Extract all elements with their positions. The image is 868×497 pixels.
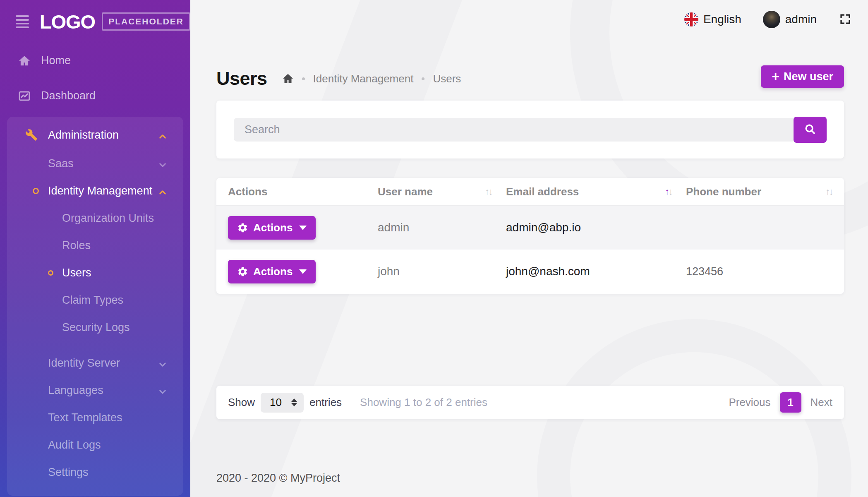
entries-label: entries xyxy=(309,396,342,409)
sidebar: LOGO PLACEHOLDER Home Dashboard xyxy=(0,0,190,497)
page-size-select[interactable]: 10 xyxy=(261,393,304,413)
column-header-phone-number[interactable]: Phone number ↑↓ xyxy=(686,185,844,198)
sort-icon: ↑↓ xyxy=(825,187,832,197)
sidebar-item-text-templates[interactable]: Text Templates xyxy=(7,404,183,431)
sidebar-item-label: Claim Types xyxy=(7,294,123,307)
next-page-button[interactable]: Next xyxy=(810,396,832,409)
table-row: Actions admin admin@abp.io xyxy=(216,206,844,250)
sidebar-logo-row: LOGO PLACEHOLDER xyxy=(0,0,190,43)
topbar: English admin xyxy=(684,0,868,39)
table-footer: Show 10 entries Showing 1 to 2 of 2 entr… xyxy=(216,386,844,419)
actions-button-label: Actions xyxy=(253,265,293,278)
sidebar-item-label: Dashboard xyxy=(0,89,96,102)
uk-flag-icon xyxy=(684,12,698,26)
sidebar-item-security-logs[interactable]: Security Logs xyxy=(7,314,183,341)
breadcrumb-users: Users xyxy=(433,72,461,85)
email-cell: john@nash.com xyxy=(506,265,686,278)
gear-icon xyxy=(237,222,248,233)
breadcrumb-separator xyxy=(302,77,305,80)
chevron-down-icon xyxy=(158,386,167,394)
chart-icon xyxy=(18,89,31,103)
active-bullet-icon xyxy=(48,270,53,276)
sidebar-item-identity-management[interactable]: Identity Management xyxy=(7,177,183,204)
user-name-cell: admin xyxy=(378,221,506,234)
actions-cell: Actions xyxy=(216,216,378,240)
sidebar-item-label: Audit Logs xyxy=(7,439,101,451)
sidebar-item-languages[interactable]: Languages xyxy=(7,377,183,404)
column-header-user-name[interactable]: User name ↑↓ xyxy=(378,185,506,198)
sidebar-item-home[interactable]: Home xyxy=(0,43,190,78)
logo-text: LOGO xyxy=(40,10,95,33)
actions-cell: Actions xyxy=(216,260,378,283)
row-actions-button[interactable]: Actions xyxy=(228,216,316,240)
column-label: User name xyxy=(378,185,433,198)
sidebar-item-users[interactable]: Users xyxy=(7,259,183,286)
sidebar-item-label: Saas xyxy=(7,157,74,170)
sidebar-item-claim-types[interactable]: Claim Types xyxy=(7,286,183,314)
fullscreen-button[interactable] xyxy=(838,12,852,26)
sidebar-item-label: Organization Units xyxy=(7,212,154,225)
sidebar-item-audit-logs[interactable]: Audit Logs xyxy=(7,431,183,459)
menu-toggle-icon[interactable] xyxy=(16,15,29,28)
search-input[interactable] xyxy=(234,118,794,142)
actions-button-label: Actions xyxy=(253,221,293,234)
sort-icon: ↑↓ xyxy=(485,187,492,197)
sidebar-item-identity-server[interactable]: Identity Server xyxy=(7,349,183,377)
search-button[interactable] xyxy=(794,117,827,143)
new-user-label: New user xyxy=(784,70,833,83)
sidebar-item-label: Identity Server xyxy=(7,357,120,370)
chevron-down-icon xyxy=(158,359,167,367)
sidebar-item-organization-units[interactable]: Organization Units xyxy=(7,204,183,232)
main-content: English admin Users Identity Management … xyxy=(190,0,868,497)
sidebar-item-settings[interactable]: Settings xyxy=(7,459,183,486)
sidebar-item-saas[interactable]: Saas xyxy=(7,150,183,177)
user-name-label: admin xyxy=(785,13,817,26)
chevron-up-icon xyxy=(158,131,167,139)
app-root: LOGO PLACEHOLDER Home Dashboard xyxy=(0,0,868,497)
column-label: Email address xyxy=(506,185,579,198)
breadcrumb-home-icon[interactable] xyxy=(282,73,294,84)
sidebar-item-roles[interactable]: Roles xyxy=(7,232,183,259)
column-header-email-address[interactable]: Email address ↑↓ xyxy=(506,185,686,198)
pagination: Previous 1 Next xyxy=(729,392,832,413)
logo-badge: PLACEHOLDER xyxy=(102,12,190,31)
users-table: Actions User name ↑↓ Email address ↑↓ Ph… xyxy=(216,178,844,294)
caret-down-icon xyxy=(299,269,307,274)
active-bullet-icon xyxy=(33,188,39,194)
wrench-icon xyxy=(25,128,38,142)
search-icon xyxy=(804,123,816,137)
sidebar-item-administration[interactable]: Administration xyxy=(7,120,183,150)
sidebar-item-label: Languages xyxy=(7,384,103,397)
language-selector[interactable]: English xyxy=(684,12,741,26)
row-actions-button[interactable]: Actions xyxy=(228,260,316,283)
current-page-button[interactable]: 1 xyxy=(780,392,801,413)
sidebar-item-label: Administration xyxy=(7,129,119,142)
page-title: Users xyxy=(216,68,267,89)
column-label: Phone number xyxy=(686,185,761,198)
language-label: English xyxy=(703,13,741,26)
breadcrumb: Identity Management Users xyxy=(282,72,461,85)
select-arrows-icon xyxy=(291,399,297,406)
avatar xyxy=(763,11,780,28)
breadcrumb-identity-management[interactable]: Identity Management xyxy=(313,72,414,85)
sort-icon-active-asc: ↑↓ xyxy=(665,187,672,197)
previous-page-button[interactable]: Previous xyxy=(729,396,770,409)
sidebar-item-label: Security Logs xyxy=(7,321,130,334)
column-header-actions: Actions xyxy=(216,185,378,198)
sidebar-item-label: Identity Management xyxy=(7,185,152,197)
sidebar-item-dashboard[interactable]: Dashboard xyxy=(0,78,190,113)
sidebar-item-label: Text Templates xyxy=(7,411,122,424)
breadcrumb-separator xyxy=(422,77,424,80)
app-logo[interactable]: LOGO PLACEHOLDER xyxy=(40,10,190,33)
new-user-button[interactable]: + New user xyxy=(761,65,844,88)
sidebar-item-label: Home xyxy=(0,54,71,67)
show-label: Show xyxy=(228,396,255,409)
gear-icon xyxy=(237,266,248,277)
user-name-cell: john xyxy=(378,265,506,278)
administration-group: Administration Saas Identity Management … xyxy=(7,117,183,496)
page-size-value: 10 xyxy=(270,396,282,409)
sidebar-nav: Home Dashboard Administration Saas xyxy=(0,43,190,496)
table-header-row: Actions User name ↑↓ Email address ↑↓ Ph… xyxy=(216,178,844,206)
sidebar-item-label: Settings xyxy=(7,466,89,479)
user-menu[interactable]: admin xyxy=(763,11,817,28)
